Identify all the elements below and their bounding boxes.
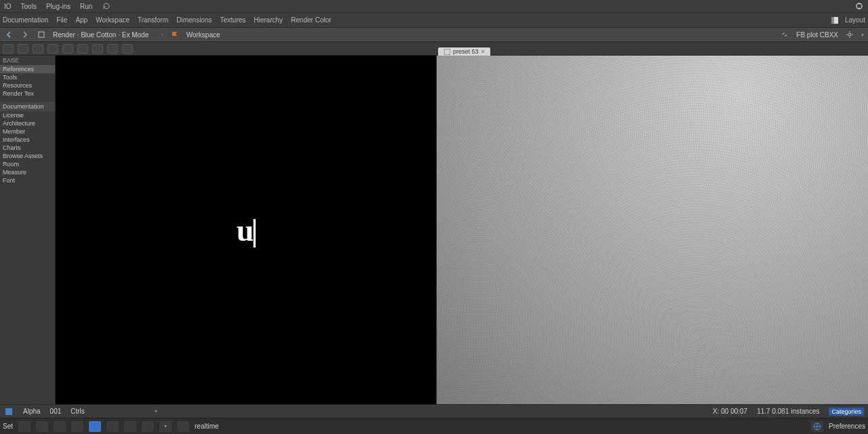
menu-item[interactable]: Plug-ins — [46, 3, 71, 10]
sidebar-item[interactable]: Render Tex — [0, 90, 55, 98]
link-icon[interactable] — [780, 30, 789, 39]
dropdown-icon[interactable]: ▾ — [151, 407, 161, 416]
sync-icon[interactable] — [77, 44, 88, 54]
svg-rect-2 — [831, 17, 834, 24]
status-alpha[interactable]: Alpha — [23, 408, 41, 415]
status-icon[interactable] — [4, 407, 14, 416]
ws-tab[interactable]: File — [56, 16, 67, 24]
sidebar-item[interactable]: License — [0, 111, 55, 119]
path-bar: › Workspace FB plot CBXX ▾ — [0, 27, 868, 42]
bottom-task-bar: Set ▾ realtime Preferences — [0, 418, 868, 434]
open-icon[interactable] — [18, 44, 28, 54]
main-area: BASE References Tools Resources Render T… — [0, 56, 868, 404]
globe-icon[interactable] — [811, 421, 823, 432]
console-icon[interactable] — [36, 421, 48, 432]
viewport-tab[interactable]: preset 53 × — [438, 47, 490, 56]
status-coords: X: 00 00:07 — [713, 408, 747, 415]
texture-preview — [437, 56, 868, 404]
menu-item[interactable]: Tools — [21, 3, 37, 10]
link-label[interactable]: FB plot CBXX — [796, 31, 838, 39]
sidebar-item[interactable]: References — [0, 65, 55, 73]
layers-icon[interactable] — [107, 44, 118, 54]
sidebar-item[interactable]: Charts — [0, 144, 55, 152]
layout-label: Layout — [845, 16, 865, 24]
forward-icon[interactable] — [20, 30, 30, 39]
paste-icon[interactable] — [62, 44, 73, 54]
status-bar: Alpha 001 Ctrls ▾ X: 00 00:07 11.7 0.081… — [0, 404, 868, 418]
ws-tab[interactable]: Workspace — [96, 16, 130, 24]
terminal-icon[interactable] — [18, 421, 31, 432]
chevron-right-icon: › — [161, 32, 163, 38]
status-frame[interactable]: 001 — [50, 408, 62, 415]
save-icon[interactable] — [3, 44, 14, 54]
set-label: Set — [3, 422, 13, 430]
cursor-icon[interactable]: ▾ — [159, 421, 172, 432]
tab-label: preset 53 — [453, 48, 479, 55]
top-menu-bar: IO Tools Plug-ins Run — [0, 0, 868, 12]
close-icon[interactable]: × — [481, 48, 485, 55]
sidebar-item[interactable]: Measure — [0, 168, 55, 176]
ws-tab[interactable]: Dimensions — [176, 16, 212, 24]
logo-watermark: u| — [237, 212, 256, 248]
svg-rect-6 — [5, 408, 12, 415]
keyboard-icon[interactable] — [54, 421, 66, 432]
ws-tab[interactable]: Documentation — [3, 16, 48, 24]
menu-item[interactable]: IO — [4, 3, 12, 10]
gear-icon[interactable] — [845, 30, 854, 39]
sidebar-header: BASE — [0, 56, 55, 65]
ws-tab[interactable]: Transform — [138, 16, 168, 24]
flag-icon — [170, 30, 180, 39]
sidebar: BASE References Tools Resources Render T… — [0, 56, 56, 404]
svg-rect-3 — [39, 32, 44, 37]
viewport-left[interactable]: u| — [56, 56, 437, 404]
toggle-icon[interactable] — [132, 407, 142, 416]
pointer-icon[interactable] — [142, 421, 154, 432]
sidebar-item[interactable]: Resources — [0, 81, 55, 90]
viewport-right[interactable]: preset 53 × — [437, 56, 868, 404]
back-icon[interactable] — [4, 30, 14, 39]
layout-switch[interactable]: Layout — [830, 16, 865, 25]
file-icon[interactable] — [37, 30, 46, 39]
status-categories-chip[interactable]: Categories — [829, 408, 864, 416]
cut-icon[interactable] — [47, 44, 58, 54]
sidebar-item[interactable]: Font — [0, 176, 55, 184]
ws-tab[interactable]: Textures — [220, 16, 245, 24]
sidebar-group-header: Documentation — [0, 102, 55, 111]
sidebar-item[interactable]: Architecture — [0, 119, 55, 127]
svg-rect-5 — [444, 49, 450, 55]
sidebar-item[interactable]: Room — [0, 160, 55, 168]
grid-icon[interactable] — [92, 44, 103, 54]
status-ctrls[interactable]: Ctrls — [71, 408, 85, 415]
sidebar-item[interactable]: Browse Assets — [0, 152, 55, 160]
ws-tab[interactable]: Render Color — [291, 16, 331, 24]
slider-icon[interactable] — [94, 407, 104, 416]
mode-label[interactable]: realtime — [195, 422, 219, 430]
note-icon[interactable] — [71, 421, 83, 432]
sidebar-item[interactable]: Interfaces — [0, 136, 55, 144]
menu-item[interactable]: Run — [80, 3, 92, 10]
panel-icon — [830, 16, 840, 25]
workspace-tabs-bar: Documentation File App Workspace Transfo… — [0, 12, 868, 27]
sidebar-item[interactable]: Tools — [0, 73, 55, 81]
sidebar-item[interactable]: Member — [0, 127, 55, 136]
image-icon — [443, 48, 450, 55]
svg-point-4 — [848, 33, 851, 36]
monitor-icon[interactable] — [89, 421, 101, 432]
export-icon[interactable] — [122, 44, 133, 54]
prefs-link[interactable]: Preferences — [829, 422, 865, 430]
copy-icon[interactable] — [33, 44, 43, 54]
ws-tab[interactable]: App — [75, 16, 87, 24]
toggle-icon[interactable] — [113, 407, 123, 416]
icon-toolbar — [0, 42, 868, 56]
ws-tab[interactable]: Hierarchy — [254, 16, 283, 24]
chart-icon[interactable] — [124, 421, 136, 432]
status-instances: 11.7 0.081 instances — [757, 408, 819, 415]
wrench-icon[interactable] — [177, 421, 189, 432]
sync-icon[interactable] — [854, 1, 864, 11]
refresh-icon[interactable] — [102, 1, 111, 11]
pause-icon[interactable] — [106, 421, 119, 432]
chevron-down-icon[interactable]: ▾ — [861, 32, 864, 38]
path-input[interactable] — [53, 31, 155, 39]
marker-label[interactable]: Workspace — [186, 31, 220, 39]
